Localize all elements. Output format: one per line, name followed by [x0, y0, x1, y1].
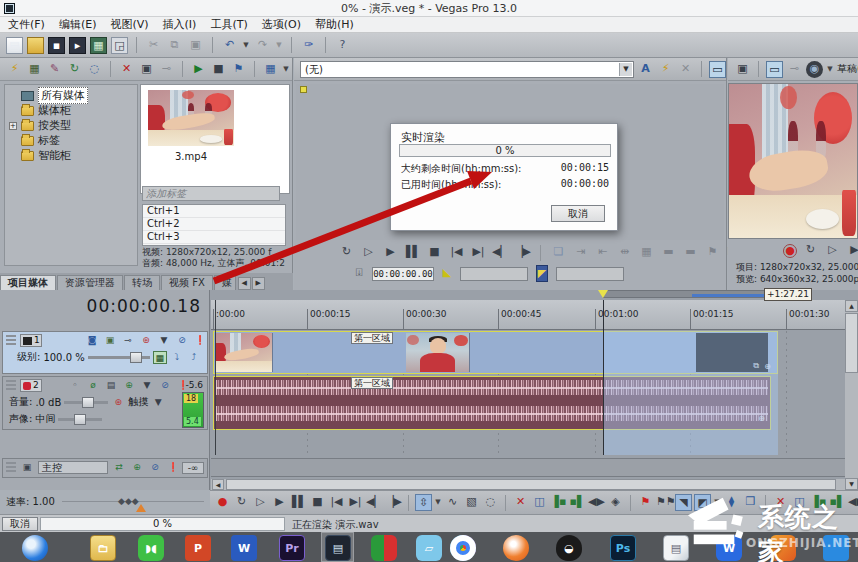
trim-secondary-icon[interactable]: ◫: [791, 494, 808, 511]
preview-position-slider[interactable]: [692, 294, 766, 297]
region-label-audio[interactable]: 第一区域: [351, 377, 393, 389]
taskbar-wps-icon[interactable]: W: [716, 535, 742, 561]
mute-icon[interactable]: ⊘: [148, 461, 162, 474]
menu-help[interactable]: 帮助(H): [315, 17, 354, 32]
envelope-edit-tool-icon[interactable]: ∿: [444, 494, 461, 511]
group-events-icon[interactable]: ❒: [742, 494, 759, 511]
previous-frame-icon[interactable]: ◀▏: [492, 244, 509, 261]
taskbar-powerpoint-icon[interactable]: P: [185, 535, 211, 561]
edit-cursor[interactable]: [603, 300, 604, 455]
menu-view[interactable]: 视图(V): [110, 17, 148, 32]
views-icon[interactable]: ▦: [262, 61, 279, 78]
master-bus-header[interactable]: -∞ ▣ 主控 ⇄ ⊕ ⊘ ❗: [2, 458, 208, 478]
undo-icon[interactable]: ↶: [221, 37, 238, 54]
menu-tools[interactable]: 工具(T): [210, 17, 247, 32]
lock-icon[interactable]: ◈: [607, 494, 624, 511]
timeline-horizontal-scrollbar[interactable]: ◀: [211, 479, 845, 490]
pause-icon[interactable]: ▌▌: [404, 244, 421, 261]
undo-dropdown-icon[interactable]: ▼: [242, 37, 250, 54]
menu-file[interactable]: 文件(F): [8, 17, 45, 32]
interaction-brush-icon[interactable]: ✑: [300, 37, 317, 54]
vscroll-up-arrow-icon[interactable]: ▲: [845, 300, 858, 312]
apply-fx-icon[interactable]: ⚡: [657, 61, 674, 78]
stop-icon[interactable]: ■: [309, 494, 326, 511]
parent-motion-icon[interactable]: ⤴: [187, 351, 201, 364]
trimmer-marker-icon[interactable]: [300, 86, 307, 93]
sync-cursor-icon[interactable]: ❏: [550, 244, 567, 261]
volume-slider[interactable]: [64, 401, 108, 404]
tree-item-all-media[interactable]: 所有媒体: [5, 88, 137, 103]
project-properties-icon[interactable]: ▣: [734, 61, 751, 78]
trimmer-cursor-time-field[interactable]: [372, 267, 434, 281]
search-media-icon[interactable]: ◌: [86, 61, 103, 78]
plugin-selector[interactable]: (无) ▼: [300, 61, 634, 78]
play-from-start-icon[interactable]: ▷: [824, 242, 841, 259]
plugin-dropdown-icon[interactable]: ▼: [619, 63, 632, 76]
zoom-edit-tool-icon[interactable]: ◌: [482, 494, 499, 511]
go-to-start-icon[interactable]: |◀: [328, 494, 345, 511]
play-from-start-icon[interactable]: ▷: [360, 244, 377, 261]
tree-item-media-bins[interactable]: 媒体柜: [5, 103, 137, 118]
media-item-card[interactable]: 3.mp4: [145, 88, 237, 164]
ripple-dropdown-icon[interactable]: ▼: [713, 494, 721, 511]
mute-icon[interactable]: ⊘: [175, 334, 189, 347]
vscroll-down-arrow-icon[interactable]: ▼: [845, 478, 858, 490]
region-label-video[interactable]: 第一区域: [351, 332, 393, 344]
taskbar-video-editor-icon[interactable]: [371, 535, 397, 561]
quality-dropdown-icon[interactable]: ▼: [826, 61, 834, 78]
tree-item-tags[interactable]: 标签: [5, 133, 137, 148]
trim-end-icon[interactable]: ▬: [682, 244, 699, 261]
stop-icon[interactable]: ■: [426, 244, 443, 261]
edit-tool-dropdown-icon[interactable]: ▼: [434, 494, 442, 511]
hscroll-thumb[interactable]: [226, 479, 836, 490]
insert-marker-icon[interactable]: ⚑: [637, 494, 654, 511]
trim-start-icon[interactable]: ▬: [660, 244, 677, 261]
remove-fx-icon[interactable]: ✕: [677, 61, 694, 78]
get-photo-icon[interactable]: ✎: [46, 61, 63, 78]
views-dropdown-icon[interactable]: ▼: [282, 61, 290, 78]
tab-video-fx[interactable]: 视频 FX: [161, 275, 213, 290]
dialog-cancel-button[interactable]: 取消: [551, 205, 605, 222]
grid-icon[interactable]: ▦: [638, 244, 655, 261]
copy-icon[interactable]: ⧉: [166, 37, 183, 54]
project-properties-icon[interactable]: ▦: [90, 37, 107, 54]
taskbar-app-icon[interactable]: [770, 535, 796, 561]
loop-playback-icon[interactable]: ↻: [233, 494, 250, 511]
edge-right-secondary-icon[interactable]: ▪▌: [829, 494, 846, 511]
pan-slider-thumb[interactable]: [74, 414, 86, 425]
loop-playback-icon[interactable]: ↻: [338, 244, 355, 261]
delete-icon[interactable]: ✕: [512, 494, 529, 511]
stop-preview-icon[interactable]: ■: [210, 61, 227, 78]
tab-media-generators[interactable]: 媒: [214, 275, 236, 290]
taskbar-premiere-icon[interactable]: Pr: [279, 535, 305, 561]
automation-gear-icon[interactable]: ⊛: [111, 396, 125, 409]
invert-phase-icon[interactable]: ø: [86, 379, 100, 392]
cursor-time-display[interactable]: 00:00:00.18: [87, 296, 201, 316]
split-event-icon[interactable]: ◀▶: [588, 494, 605, 511]
next-frame-icon[interactable]: ▕▶: [385, 494, 402, 511]
ignore-grouping-icon[interactable]: ⧫: [723, 494, 740, 511]
tab-explorer[interactable]: 资源管理器: [57, 275, 123, 290]
playback-cursor[interactable]: [215, 300, 216, 455]
remove-media-icon[interactable]: ✕: [118, 61, 135, 78]
taskbar-explorer-icon[interactable]: 🗀: [90, 535, 116, 561]
loop-region-start-marker[interactable]: [598, 290, 608, 298]
record-icon[interactable]: ●: [783, 244, 797, 258]
taskbar-chrome-icon[interactable]: [450, 535, 476, 561]
rate-marker-icon[interactable]: [136, 504, 146, 512]
automation-dropdown-icon[interactable]: ▼: [157, 334, 171, 347]
render-cancel-button[interactable]: 取消: [2, 517, 38, 531]
go-to-end-icon[interactable]: ▶|: [470, 244, 487, 261]
parent-compositing-icon[interactable]: ▣: [103, 334, 117, 347]
routing-icon[interactable]: ⇄: [112, 461, 126, 474]
timeline-vertical-scrollbar[interactable]: ▲ ▼: [845, 300, 858, 490]
vscroll-thumb[interactable]: [845, 313, 858, 373]
hscroll-left-arrow-icon[interactable]: ◀: [212, 479, 224, 490]
track-grip[interactable]: [6, 335, 16, 347]
split-secondary-icon[interactable]: ◀▶: [848, 494, 858, 511]
normal-edit-tool-icon[interactable]: ⇳: [415, 494, 432, 511]
media-flag-icon[interactable]: ⚑: [230, 61, 247, 78]
tab-project-media[interactable]: 项目媒体: [0, 275, 56, 290]
solo-icon[interactable]: ❗: [193, 334, 207, 347]
import-media-icon[interactable]: ◲: [111, 37, 128, 54]
